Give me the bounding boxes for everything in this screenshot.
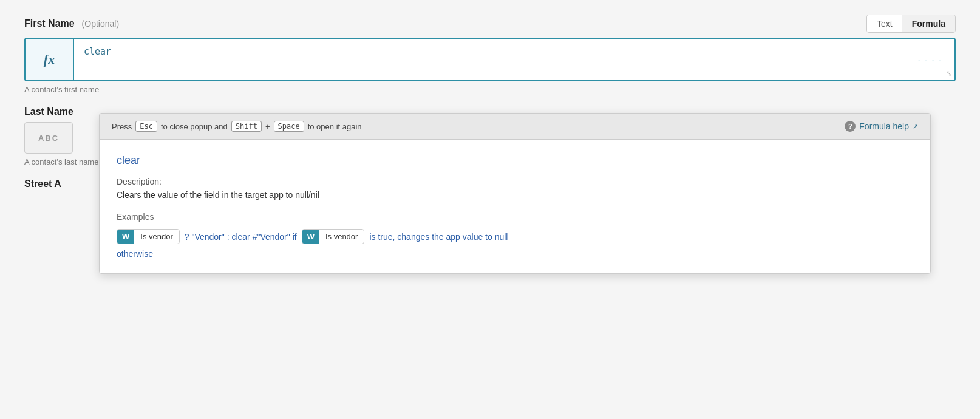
- first-name-subtitle: A contact's first name: [24, 85, 956, 94]
- text-toggle-button[interactable]: Text: [867, 15, 902, 32]
- middle-text: to close popup and: [161, 122, 228, 131]
- press-text: Press: [112, 122, 132, 131]
- formula-input[interactable]: clear: [74, 39, 954, 80]
- first-name-optional: (Optional): [82, 19, 119, 29]
- shift-key-badge: Shift: [231, 121, 262, 132]
- vendor-chip-1: W Is vendor: [117, 229, 180, 244]
- example-second-line: otherwise: [117, 249, 913, 259]
- last-name-label: Last Name: [24, 106, 73, 117]
- street-label: Street A: [24, 179, 61, 189]
- space-key-badge: Space: [274, 121, 304, 132]
- formula-help-label: Formula help: [859, 121, 909, 131]
- formula-toggle-button[interactable]: Formula: [902, 15, 955, 32]
- popup-header-text: Press Esc to close popup and Shift + Spa…: [112, 121, 362, 132]
- popup-function-name: clear: [117, 154, 913, 167]
- example-otherwise-text: otherwise: [117, 249, 153, 259]
- popup-content: clear Description: Clears the value of t…: [100, 140, 930, 273]
- fx-icon-box: fx: [26, 39, 74, 80]
- external-link-icon: ↗: [913, 123, 918, 131]
- vendor-chip-2-w: W: [302, 230, 319, 244]
- popup-header: Press Esc to close popup and Shift + Spa…: [100, 114, 930, 140]
- page-container: First Name (Optional) Text Formula fx cl…: [0, 0, 980, 419]
- help-icon: ?: [845, 121, 856, 132]
- esc-key-badge: Esc: [135, 121, 157, 132]
- popup-examples-label: Examples: [117, 212, 913, 222]
- formula-input-wrapper: fx clear - - - - ⤡: [24, 38, 956, 81]
- example-code-part: ? "Vendor" : clear #"Vendor" if: [185, 232, 297, 242]
- first-name-label: First Name: [24, 18, 75, 29]
- popup-description-label: Description:: [117, 177, 913, 186]
- vendor-chip-2: W Is vendor: [302, 229, 365, 244]
- abc-label: ABC: [38, 134, 59, 143]
- abc-placeholder-box: ABC: [24, 122, 73, 154]
- field-label-row: First Name (Optional) Text Formula: [24, 15, 956, 33]
- first-name-label-group: First Name (Optional): [24, 18, 119, 29]
- formula-popup: Press Esc to close popup and Shift + Spa…: [99, 113, 931, 274]
- plus-text: +: [265, 122, 270, 131]
- vendor-chip-1-w: W: [117, 230, 134, 244]
- example-row: W Is vendor ? "Vendor" : clear #"Vendor"…: [117, 229, 913, 244]
- popup-description-text: Clears the value of the field in the tar…: [117, 190, 913, 200]
- resize-handle[interactable]: ⤡: [946, 69, 952, 78]
- expand-dashes: - - - -: [918, 55, 942, 64]
- vendor-chip-2-label: Is vendor: [319, 230, 364, 244]
- end-text: to open it again: [308, 122, 362, 131]
- fx-icon: fx: [44, 52, 55, 67]
- example-text-part: is true, changes the app value to null: [369, 232, 508, 242]
- formula-help-link[interactable]: ? Formula help ↗: [845, 121, 918, 132]
- vendor-chip-1-label: Is vendor: [134, 230, 179, 244]
- toggle-group: Text Formula: [866, 15, 956, 33]
- first-name-section: First Name (Optional) Text Formula fx cl…: [24, 15, 956, 94]
